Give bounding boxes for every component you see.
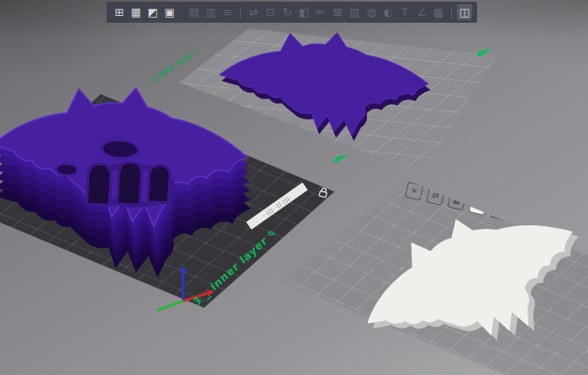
plate-lock-icon[interactable] — [317, 186, 331, 200]
support-paint-icon[interactable]: ▨ — [347, 4, 362, 20]
toolbar-items: ⊞▦◩▣▤▥≡⇄⊡↻◧✂⊠▨◍◐T∠▩◫ — [111, 4, 473, 20]
split-icon[interactable]: ▩ — [431, 4, 446, 20]
place-on-face-icon[interactable]: ◧ — [297, 4, 312, 20]
scale-icon[interactable]: ⊡ — [263, 4, 278, 20]
layer-list-icon[interactable]: ≡ — [220, 4, 235, 20]
slicer-3d-viewport[interactable]: ×⇄▦●⚙ Bambu Textured PEI Plate ··|||··||… — [0, 0, 588, 375]
cut-icon[interactable]: ✂ — [313, 4, 328, 20]
move-icon[interactable]: ⇄ — [246, 4, 261, 20]
model-bat-cookie-cutter[interactable] — [0, 72, 286, 308]
add-plate-icon[interactable]: ▦ — [129, 4, 144, 20]
paste-icon[interactable]: ▥ — [203, 4, 218, 20]
auto-orient-icon[interactable]: ◩ — [145, 4, 160, 20]
z-axis-arrow — [180, 266, 186, 272]
seam-icon[interactable]: ◐ — [381, 4, 396, 20]
toolbar-separator — [451, 7, 452, 18]
measure-icon[interactable]: ∠ — [414, 4, 429, 20]
copy-icon[interactable]: ▤ — [186, 4, 202, 20]
text-tool-icon[interactable]: T — [397, 4, 412, 20]
add-object-icon[interactable]: ⊞ — [112, 4, 127, 20]
color-paint-icon[interactable]: ◍ — [364, 4, 379, 20]
toolbar-separator — [240, 7, 241, 18]
plate1-corner-marker-icon — [331, 151, 351, 166]
model-bat-inner-layer[interactable] — [368, 193, 588, 375]
arrange-icon[interactable]: ▣ — [162, 4, 177, 20]
plate2-corner-marker-icon — [475, 45, 495, 60]
mesh-boolean-icon[interactable]: ⊠ — [330, 4, 345, 20]
assembly-view-icon[interactable]: ◫ — [457, 4, 472, 20]
rotate-icon[interactable]: ↻ — [280, 4, 295, 20]
main-toolbar: ⊞▦◩▣▤▥≡⇄⊡↻◧✂⊠▨◍◐T∠▩◫ — [107, 2, 477, 23]
